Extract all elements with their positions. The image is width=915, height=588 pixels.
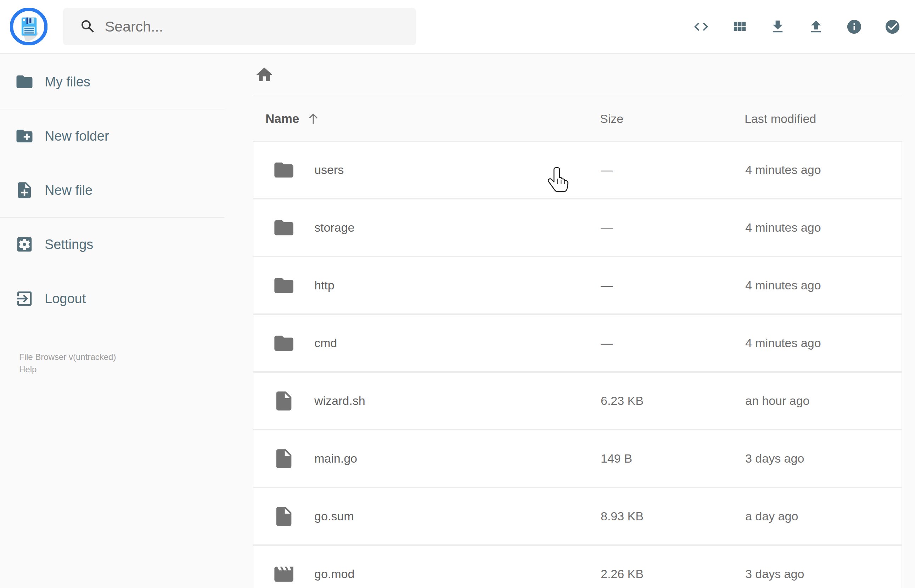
file-size: —: [601, 278, 745, 292]
logout-icon: [15, 289, 34, 308]
search-icon: [79, 18, 96, 35]
folder-row-cmd[interactable]: cmd — 4 minutes ago: [253, 314, 902, 372]
file-modified: 4 minutes ago: [745, 163, 902, 177]
divider: [0, 217, 224, 218]
file-name: go.sum: [314, 509, 354, 523]
file-modified: 4 minutes ago: [745, 221, 902, 234]
file-name-cell: cmd: [253, 332, 601, 355]
file-name: http: [314, 278, 335, 292]
sidebar-item-my-files[interactable]: My files: [0, 64, 227, 100]
home-icon[interactable]: [255, 65, 274, 84]
sort-arrow-up-icon: [306, 111, 320, 126]
file-row-go.mod[interactable]: go.mod 2.26 KB 3 days ago: [253, 545, 902, 588]
select-check-icon[interactable]: [884, 18, 901, 35]
folder-row-http[interactable]: http — 4 minutes ago: [253, 257, 902, 314]
folder-icon: [15, 72, 34, 91]
version-text: File Browser v(untracked): [19, 351, 227, 363]
file-modified: an hour ago: [745, 394, 902, 408]
info-icon[interactable]: [846, 18, 863, 35]
file-type-icon: [273, 332, 295, 355]
file-size: —: [601, 336, 745, 350]
file-type-icon: [273, 389, 295, 412]
breadcrumb: [253, 54, 902, 95]
download-icon[interactable]: [770, 18, 786, 35]
new-file-icon: [15, 181, 34, 200]
file-name: storage: [314, 221, 354, 234]
sidebar: My files New folder New file Settings Lo…: [0, 54, 227, 375]
file-type-icon: [273, 216, 295, 239]
file-name-cell: users: [253, 159, 601, 181]
search-bar[interactable]: [63, 8, 416, 45]
file-modified: 3 days ago: [745, 567, 902, 581]
file-type-icon: [273, 447, 295, 470]
file-name-cell: go.sum: [253, 505, 601, 528]
divider: [0, 109, 224, 110]
file-type-icon: [273, 505, 295, 528]
listing-rows: users — 4 minutes ago storage — 4 minute…: [253, 141, 902, 588]
file-size: 2.26 KB: [601, 567, 745, 581]
file-size: 149 B: [601, 452, 745, 465]
new-folder-icon: [15, 126, 34, 145]
file-name: go.mod: [314, 567, 354, 581]
file-size: —: [601, 163, 745, 177]
folder-row-users[interactable]: users — 4 minutes ago: [253, 141, 902, 199]
folder-row-storage[interactable]: storage — 4 minutes ago: [253, 199, 902, 257]
file-type-icon: [273, 274, 295, 297]
file-name: users: [314, 163, 344, 177]
listing-header: Name Size Last modified: [253, 96, 902, 141]
toolbar-actions: [693, 0, 901, 53]
sidebar-item-new-folder[interactable]: New folder: [0, 118, 227, 154]
sidebar-item-label: Logout: [45, 291, 86, 306]
file-row-go.sum[interactable]: go.sum 8.93 KB a day ago: [253, 488, 902, 545]
column-header-name[interactable]: Name: [253, 111, 600, 126]
sidebar-item-label: New folder: [45, 129, 109, 144]
file-name: cmd: [314, 336, 337, 350]
sidebar-item-settings[interactable]: Settings: [0, 227, 227, 262]
file-name: main.go: [314, 452, 357, 465]
file-name: wizard.sh: [314, 394, 365, 408]
file-listing: Name Size Last modified users — 4 minute…: [253, 54, 902, 588]
sidebar-footer: File Browser v(untracked) Help: [19, 351, 227, 375]
file-row-main.go[interactable]: main.go 149 B 3 days ago: [253, 430, 902, 488]
column-header-size[interactable]: Size: [600, 112, 745, 126]
file-modified: 3 days ago: [745, 452, 902, 465]
file-name-cell: go.mod: [253, 563, 601, 586]
file-size: 6.23 KB: [601, 394, 745, 408]
file-modified: 4 minutes ago: [745, 278, 902, 292]
top-bar: [0, 0, 915, 54]
file-name-cell: main.go: [253, 447, 601, 470]
upload-icon[interactable]: [808, 18, 824, 35]
file-size: 8.93 KB: [601, 509, 745, 523]
sidebar-item-label: New file: [45, 183, 92, 198]
sidebar-item-new-file[interactable]: New file: [0, 173, 227, 208]
settings-icon: [15, 235, 34, 254]
search-input[interactable]: [105, 18, 396, 35]
file-type-icon: [273, 563, 295, 586]
file-modified: 4 minutes ago: [745, 336, 902, 350]
file-name-cell: http: [253, 274, 601, 297]
sidebar-item-label: My files: [45, 74, 91, 90]
file-modified: a day ago: [745, 509, 902, 523]
file-name-cell: storage: [253, 216, 601, 239]
file-browser-logo-icon[interactable]: [10, 8, 47, 45]
grid-view-icon[interactable]: [731, 18, 748, 35]
help-link[interactable]: Help: [19, 363, 227, 375]
file-name-cell: wizard.sh: [253, 389, 601, 412]
file-size: —: [601, 221, 745, 234]
code-icon[interactable]: [693, 18, 710, 35]
file-row-wizard.sh[interactable]: wizard.sh 6.23 KB an hour ago: [253, 372, 902, 430]
column-header-modified[interactable]: Last modified: [745, 112, 902, 126]
file-type-icon: [273, 159, 295, 181]
sidebar-item-logout[interactable]: Logout: [0, 281, 227, 316]
sidebar-item-label: Settings: [45, 237, 93, 252]
